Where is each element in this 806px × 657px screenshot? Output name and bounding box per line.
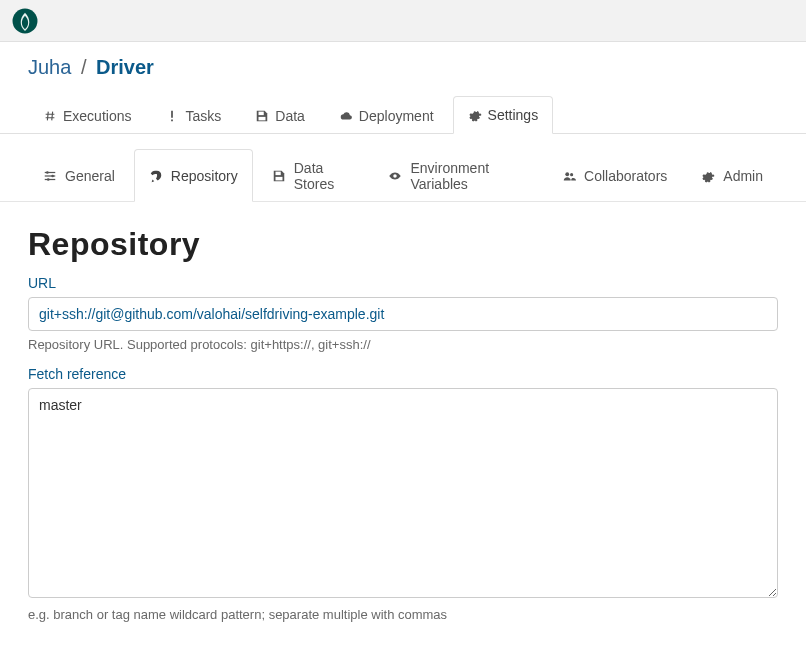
tab-label: Settings [488, 107, 539, 123]
subtab-general[interactable]: General [28, 149, 130, 202]
svg-rect-11 [275, 172, 280, 176]
cloud-icon [339, 109, 353, 123]
topbar [0, 0, 806, 42]
gear-icon [701, 169, 715, 183]
tab-data[interactable]: Data [240, 97, 320, 134]
save-icon [255, 109, 269, 123]
settings-subtabs: General Repository Data Stores Environme… [0, 134, 806, 202]
subtab-label: Data Stores [294, 160, 355, 192]
sliders-icon [43, 169, 57, 183]
tab-tasks[interactable]: Tasks [150, 97, 236, 134]
fetch-ref-label: Fetch reference [28, 366, 778, 382]
svg-rect-10 [45, 179, 56, 180]
fetch-ref-help-text: e.g. branch or tag name wildcard pattern… [28, 607, 778, 622]
svg-rect-3 [259, 112, 264, 116]
svg-point-13 [565, 172, 569, 176]
tab-label: Executions [63, 108, 131, 124]
subtab-label: Repository [171, 168, 238, 184]
page-title: Repository [28, 226, 778, 263]
logo-icon[interactable] [12, 8, 38, 34]
subtab-label: Admin [723, 168, 763, 184]
breadcrumb: Juha / Driver [0, 42, 806, 89]
subtab-admin[interactable]: Admin [686, 149, 778, 202]
tab-executions[interactable]: Executions [28, 97, 146, 134]
fetch-ref-textarea[interactable] [28, 388, 778, 598]
svg-rect-4 [259, 117, 266, 121]
svg-point-14 [570, 173, 573, 176]
tab-label: Tasks [185, 108, 221, 124]
url-input[interactable] [28, 297, 778, 331]
breadcrumb-project[interactable]: Driver [96, 56, 154, 78]
breadcrumb-separator: / [81, 56, 87, 78]
gear-icon [468, 108, 482, 122]
subtab-label: Environment Variables [410, 160, 528, 192]
subtab-collaborators[interactable]: Collaborators [547, 149, 682, 202]
exclamation-icon [165, 109, 179, 123]
breadcrumb-owner[interactable]: Juha [28, 56, 71, 78]
users-icon [562, 169, 576, 183]
save-icon [272, 169, 286, 183]
url-help-text: Repository URL. Supported protocols: git… [28, 337, 778, 352]
tab-settings[interactable]: Settings [453, 96, 554, 134]
eye-icon [388, 169, 402, 183]
url-label: URL [28, 275, 778, 291]
tab-deployment[interactable]: Deployment [324, 97, 449, 134]
svg-rect-6 [45, 172, 56, 173]
svg-rect-8 [45, 175, 56, 176]
svg-rect-2 [172, 120, 174, 122]
subtab-repository[interactable]: Repository [134, 149, 253, 202]
settings-repository-panel: Repository URL Repository URL. Supported… [0, 202, 806, 656]
svg-rect-12 [275, 177, 282, 181]
tab-label: Data [275, 108, 305, 124]
subtab-label: Collaborators [584, 168, 667, 184]
tab-label: Deployment [359, 108, 434, 124]
main-tabs: Executions Tasks Data Deployment Setting… [0, 89, 806, 134]
svg-rect-1 [172, 111, 174, 118]
subtab-label: General [65, 168, 115, 184]
subtab-env-vars[interactable]: Environment Variables [373, 149, 543, 202]
hash-icon [43, 109, 57, 123]
subtab-data-stores[interactable]: Data Stores [257, 149, 370, 202]
rocket-icon [149, 169, 163, 183]
